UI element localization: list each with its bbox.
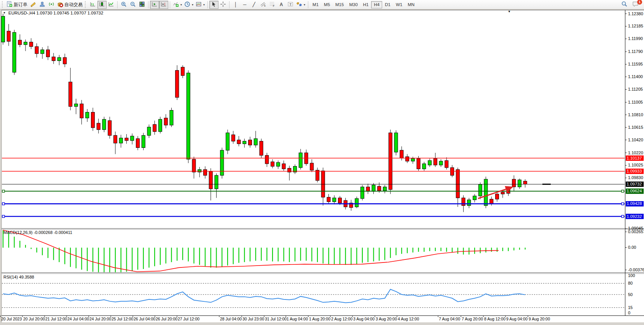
tab-timeframe-h4[interactable]: H4 bbox=[371, 1, 382, 8]
tab-timeframe-d1[interactable]: D1 bbox=[382, 1, 393, 8]
bear-candle bbox=[29, 42, 33, 46]
chart-shift-button[interactable] bbox=[159, 1, 168, 9]
line-anchor[interactable] bbox=[622, 190, 624, 192]
chevron-down-icon: ▾ bbox=[180, 3, 182, 6]
bull-candle bbox=[299, 153, 302, 168]
autotrading-label: 自动交易 bbox=[64, 2, 83, 8]
chart-area[interactable]: 1.123801.121851.119901.117901.115951.114… bbox=[0, 0, 644, 325]
notification-badge: 1 bbox=[637, 0, 642, 5]
time-tick-label: 31 Jul 12:00 bbox=[265, 317, 287, 321]
timeframe-toolbar: M1M5M15M30H1H4D1W1MN bbox=[310, 1, 417, 8]
chart-shift-icon bbox=[161, 1, 167, 8]
bear-candle bbox=[108, 121, 112, 136]
cursor-button[interactable] bbox=[209, 1, 218, 9]
vertical-line-icon: │ bbox=[234, 2, 237, 7]
bear-candle bbox=[125, 138, 128, 141]
bear-candle bbox=[69, 82, 72, 106]
bear-candle bbox=[18, 40, 22, 45]
bull-candle bbox=[170, 110, 173, 125]
bear-candle bbox=[434, 158, 437, 165]
bear-candle bbox=[456, 170, 459, 198]
bar-chart-button[interactable] bbox=[88, 1, 97, 9]
autotrading-button[interactable]: 自动交易 bbox=[56, 1, 84, 9]
line-chart-button[interactable] bbox=[107, 1, 116, 9]
notifications-button[interactable]: 1 bbox=[631, 1, 640, 9]
bear-candle bbox=[52, 57, 55, 61]
bull-candle bbox=[41, 50, 44, 54]
chart-dropdown-icon[interactable]: ▼ bbox=[3, 11, 6, 14]
text-label-button[interactable]: T bbox=[286, 1, 295, 9]
bear-candle bbox=[321, 171, 325, 197]
line-anchor[interactable] bbox=[2, 190, 5, 192]
bull-candle bbox=[333, 198, 336, 202]
bull-candle bbox=[13, 32, 16, 72]
bull-candle bbox=[473, 196, 477, 200]
crosshair-button[interactable] bbox=[218, 1, 228, 9]
tab-timeframe-m15[interactable]: M15 bbox=[333, 1, 346, 8]
bear-candle bbox=[462, 198, 465, 205]
new-order-icon bbox=[6, 1, 13, 8]
line-anchor[interactable] bbox=[622, 215, 624, 218]
zoom-in-button[interactable] bbox=[119, 1, 128, 9]
chart-shift-marker[interactable]: ▼ bbox=[508, 10, 511, 13]
price-tick-label: 1.11005 bbox=[628, 100, 643, 104]
zoom-out-button[interactable] bbox=[128, 1, 137, 9]
periods-button[interactable]: ▾ bbox=[183, 1, 194, 9]
search-button[interactable] bbox=[620, 1, 629, 9]
time-tick-label: 24 Jul 04:00 bbox=[67, 317, 89, 321]
bull-candle bbox=[159, 119, 162, 131]
tab-timeframe-m1[interactable]: M1 bbox=[310, 1, 321, 8]
bull-candle bbox=[355, 199, 359, 207]
toolbar-grip[interactable] bbox=[85, 1, 87, 8]
market-watch-button[interactable] bbox=[29, 1, 38, 9]
bull-candle bbox=[24, 42, 27, 45]
rsi-axis-label: 15 bbox=[628, 305, 633, 310]
rsi-label: RSI(14) 49.3588 bbox=[3, 275, 34, 279]
svg-text:T: T bbox=[290, 2, 292, 6]
price-tag-label: 1.09428 bbox=[627, 201, 642, 206]
bear-candle bbox=[316, 170, 319, 181]
time-axis[interactable]: 20 Jul 202320 Jul 20:0021 Jul 12:0024 Ju… bbox=[0, 315, 550, 321]
vertical-line-button[interactable]: │ bbox=[231, 1, 240, 9]
tab-timeframe-m5[interactable]: M5 bbox=[321, 1, 333, 8]
line-anchor[interactable] bbox=[2, 203, 5, 205]
data-window-button[interactable] bbox=[38, 1, 47, 9]
text-button[interactable]: A bbox=[277, 1, 286, 9]
time-tick-label: 27 Jul 12:00 bbox=[178, 317, 199, 321]
tile-windows-button[interactable] bbox=[137, 1, 147, 9]
search-icon bbox=[621, 1, 628, 8]
autotrading-icon bbox=[57, 1, 63, 8]
bull-candle bbox=[478, 184, 482, 196]
price-tick-label: 1.10220 bbox=[628, 150, 643, 155]
time-tick-label: 3 Aug 04:00 bbox=[353, 317, 375, 321]
tab-timeframe-m30[interactable]: M30 bbox=[346, 1, 360, 8]
tab-timeframe-mn[interactable]: MN bbox=[405, 1, 417, 8]
tab-timeframe-h1[interactable]: H1 bbox=[360, 1, 371, 8]
price-tick-label: 1.11205 bbox=[628, 87, 643, 91]
toolbar-grip[interactable] bbox=[2, 1, 4, 8]
line-anchor[interactable] bbox=[2, 215, 5, 218]
templates-button[interactable]: ▾ bbox=[194, 1, 206, 9]
indicators-button[interactable]: ▾ bbox=[172, 1, 183, 9]
bull-candle bbox=[254, 139, 257, 145]
bear-candle bbox=[406, 157, 409, 161]
new-order-button[interactable]: 新订单 bbox=[5, 1, 29, 9]
bear-candle bbox=[249, 140, 252, 145]
auto-scroll-icon bbox=[151, 1, 158, 8]
equidistant-channel-button[interactable]: E bbox=[258, 1, 268, 9]
auto-scroll-button[interactable] bbox=[150, 1, 159, 9]
arrows-button[interactable]: ▾ bbox=[295, 1, 306, 9]
tab-timeframe-w1[interactable]: W1 bbox=[393, 1, 405, 8]
navigator-button[interactable] bbox=[47, 1, 56, 9]
candlestick-chart-button[interactable] bbox=[97, 1, 107, 9]
fibonacci-button[interactable]: F bbox=[268, 1, 277, 9]
horizontal-line-button[interactable]: ─ bbox=[240, 1, 249, 9]
price-tag-label: 1.09732 bbox=[627, 182, 642, 186]
chevron-down-icon: ▾ bbox=[192, 3, 193, 6]
bull-candle bbox=[198, 170, 201, 172]
bull-candle bbox=[394, 133, 398, 152]
line-anchor[interactable] bbox=[622, 203, 624, 205]
bull-candle bbox=[187, 73, 190, 159]
price-tick-label: 1.10810 bbox=[628, 112, 643, 117]
trendline-button[interactable]: ╱ bbox=[249, 1, 258, 9]
